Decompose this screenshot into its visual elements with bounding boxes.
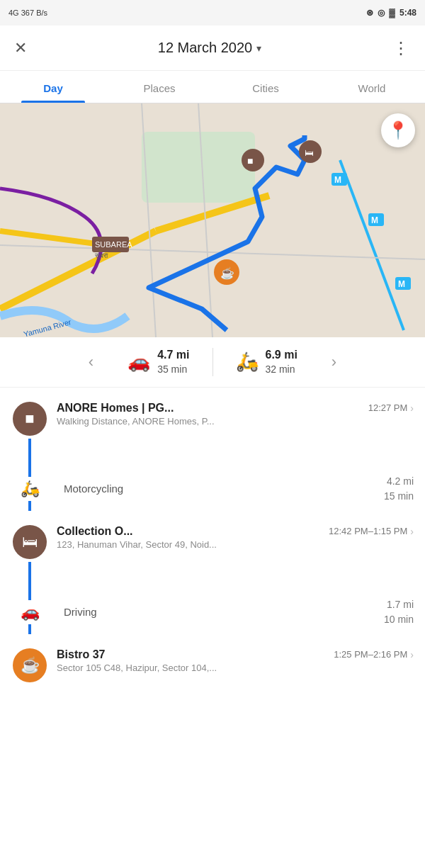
segment-drive: 🚗 Driving 1.7 mi 10 min (0, 590, 425, 634)
tabs-bar: Day Places Cities World (0, 71, 425, 103)
header: ✕ 12 March 2020 ▾ ⋮ (0, 26, 425, 71)
close-button[interactable]: ✕ (11, 36, 30, 60)
car-duration: 35 min (157, 363, 189, 377)
place-icon-stop: ■ (13, 402, 47, 436)
segment-2-label: Driving (64, 606, 97, 618)
segment-2-meta: 1.7 mi 10 min (384, 597, 414, 627)
svg-text:■: ■ (247, 155, 253, 167)
place-2-name: Collection O... (57, 525, 133, 538)
timeline-item-1: ■ ANORE Homes | PG... 12:27 PM › Walking… (0, 388, 425, 467)
timeline-item-3: ☕ Bistro 37 1:25 PM–2:16 PM › Sector 105… (0, 634, 425, 699)
segment-1-label: Motorcycling (64, 483, 123, 495)
tab-world[interactable]: World (319, 71, 425, 103)
moto-icon: 🛵 (236, 351, 259, 373)
transport-moto: 🛵 6.9 mi 32 min (213, 347, 320, 377)
place-2-content[interactable]: Collection O... 12:42 PM–1:15 PM › 123, … (57, 525, 414, 556)
place-1-time: 12:27 PM › (368, 402, 414, 414)
tab-day[interactable]: Day (0, 71, 106, 103)
next-transport-arrow[interactable]: › (320, 353, 348, 371)
svg-text:SUBAREA: SUBAREA (95, 240, 132, 249)
place-3-address: Sector 105 C48, Hazipur, Sector 104,... (57, 663, 414, 673)
svg-text:सुबरा: सुबरा (94, 252, 108, 260)
svg-text:🛏: 🛏 (305, 147, 314, 158)
place-icon-coffee: ☕ (13, 648, 47, 682)
segment-1-meta: 4.2 mi 15 min (384, 474, 414, 504)
drive-segment-icon: 🚗 (21, 600, 40, 624)
svg-text:M: M (334, 175, 341, 185)
header-date: 12 March 2020 (158, 40, 252, 56)
prev-transport-arrow[interactable]: ‹ (77, 353, 105, 371)
tab-cities[interactable]: Cities (212, 71, 319, 103)
bluetooth-icon: ⊛ (366, 8, 373, 18)
car-distance: 4.7 mi (157, 347, 189, 363)
svg-text:☕: ☕ (220, 266, 234, 280)
place-2-time: 12:42 PM–1:15 PM › (329, 526, 414, 537)
location-fab-icon: 📍 (387, 120, 409, 140)
svg-rect-1 (142, 132, 255, 203)
place-1-content[interactable]: ANORE Homes | PG... 12:27 PM › Walking D… (57, 402, 414, 432)
header-title-container: 12 March 2020 ▾ (158, 40, 261, 56)
more-button[interactable]: ⋮ (390, 35, 414, 61)
place-3-content[interactable]: Bistro 37 1:25 PM–2:16 PM › Sector 105 C… (57, 648, 414, 679)
svg-text:M: M (398, 279, 405, 289)
timeline: ■ ANORE Homes | PG... 12:27 PM › Walking… (0, 388, 425, 699)
place-2-address: 123, Hanuman Vihar, Sector 49, Noid... (57, 539, 414, 550)
transport-bar: ‹ 🚗 4.7 mi 35 min 🛵 6.9 mi 32 min › (0, 337, 425, 388)
battery-icon: ▓ (389, 8, 395, 18)
carrier-text: 4G 367 B/s (8, 9, 47, 17)
segment-moto: 🛵 Motorcycling 4.2 mi 15 min (0, 467, 425, 511)
location-icon: ◎ (378, 8, 385, 18)
moto-segment-icon: 🛵 (21, 477, 40, 501)
place-3-name: Bistro 37 (57, 648, 105, 661)
place-icon-hotel: 🛏 (13, 525, 47, 559)
status-right: ⊛ ◎ ▓ 5:48 (366, 8, 416, 18)
car-icon: 🚗 (128, 351, 150, 373)
place-1-address: Walking Distance, ANORE Homes, P... (57, 416, 414, 427)
status-left: 4G 367 B/s (8, 9, 47, 17)
moto-distance: 6.9 mi (266, 347, 298, 363)
transport-car: 🚗 4.7 mi 35 min (105, 347, 212, 377)
tab-places[interactable]: Places (106, 71, 212, 103)
status-bar: 4G 367 B/s ⊛ ◎ ▓ 5:48 (0, 0, 425, 26)
location-fab[interactable]: 📍 (381, 113, 415, 147)
header-dropdown-arrow[interactable]: ▾ (256, 43, 261, 54)
timeline-item-2: 🛏 Collection O... 12:42 PM–1:15 PM › 123… (0, 511, 425, 590)
map-area[interactable]: Yamuna River M M M SUBAREA सुबरा ■ 🛏 ☕ 📍 (0, 103, 425, 337)
moto-duration: 32 min (266, 363, 298, 377)
svg-text:M: M (371, 215, 378, 225)
time-display: 5:48 (400, 8, 416, 18)
place-3-time: 1:25 PM–2:16 PM › (334, 649, 414, 660)
place-1-name: ANORE Homes | PG... (57, 402, 174, 415)
